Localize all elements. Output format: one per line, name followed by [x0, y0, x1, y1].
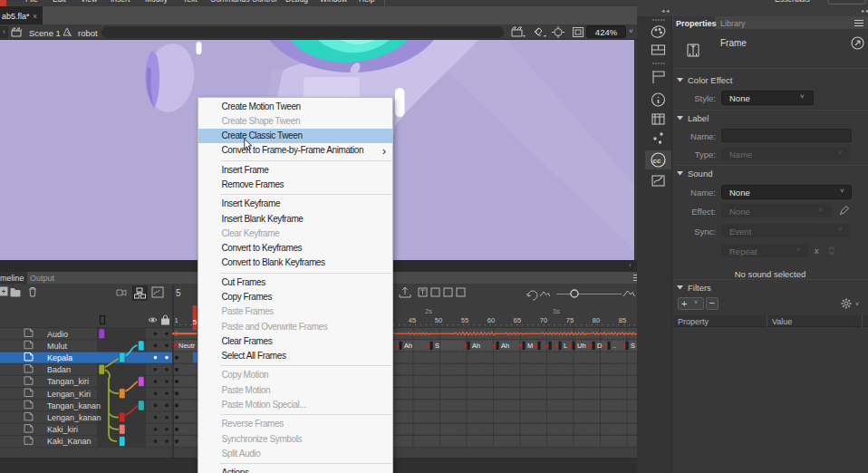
- svg-text:cc: cc: [653, 157, 661, 165]
- svg-text:85: 85: [619, 316, 626, 324]
- svg-text:50: 50: [435, 316, 442, 324]
- svg-text:Mulut: Mulut: [47, 342, 68, 351]
- svg-text:Ah: Ah: [501, 342, 509, 350]
- svg-text:Kaki_kiri: Kaki_kiri: [47, 425, 78, 434]
- svg-text:3s: 3s: [553, 307, 560, 315]
- svg-text:Lengan_kanan: Lengan_kanan: [47, 413, 101, 422]
- svg-text:Tangan_kiri: Tangan_kiri: [47, 377, 89, 386]
- svg-text:Ah: Ah: [472, 342, 480, 350]
- svg-text:2s: 2s: [425, 307, 432, 315]
- svg-text:Audio: Audio: [47, 330, 68, 339]
- svg-text:65: 65: [514, 316, 521, 324]
- svg-text:Kaki_Kanan: Kaki_Kanan: [47, 437, 92, 446]
- svg-text:Neutr: Neutr: [178, 342, 196, 350]
- svg-text:D: D: [597, 342, 603, 350]
- svg-text:60: 60: [487, 316, 495, 324]
- svg-text:5: 5: [176, 288, 181, 298]
- svg-text:Uh: Uh: [577, 342, 586, 350]
- svg-text:1: 1: [175, 316, 178, 324]
- svg-text:L: L: [564, 342, 567, 350]
- svg-text:..: ..: [612, 342, 616, 350]
- svg-text:55: 55: [461, 316, 468, 324]
- svg-text:Tangan_kanan: Tangan_kanan: [47, 401, 101, 410]
- svg-text:meline: meline: [0, 274, 24, 283]
- svg-text:Badan: Badan: [47, 365, 71, 374]
- svg-text:S: S: [631, 342, 635, 350]
- svg-text:Lengan_Kiri: Lengan_Kiri: [47, 390, 91, 399]
- svg-text:80: 80: [593, 316, 600, 324]
- svg-text:Ah: Ah: [404, 342, 412, 350]
- svg-text:75: 75: [566, 316, 574, 324]
- svg-text:45: 45: [409, 316, 416, 324]
- svg-text:M: M: [527, 342, 533, 350]
- svg-text:70: 70: [540, 316, 547, 324]
- svg-text:Output: Output: [30, 274, 55, 283]
- svg-text:S: S: [435, 342, 439, 350]
- svg-text:Kepala: Kepala: [47, 353, 72, 362]
